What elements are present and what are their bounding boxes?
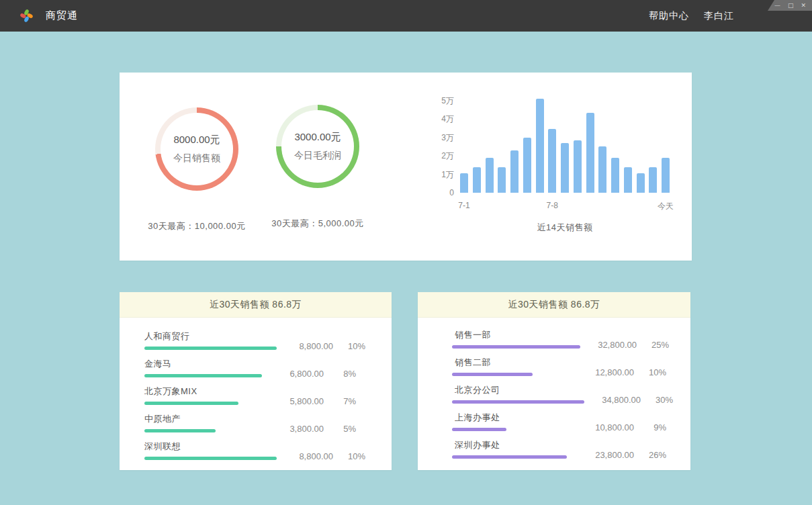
today-sales-label: 今日销售额 — [173, 152, 220, 165]
y-axis-tick: 2万 — [415, 151, 454, 160]
today-sales-value: 8000.00元 — [173, 134, 220, 146]
row-name: 北京万象MIX — [144, 385, 267, 398]
y-axis-tick: 3万 — [415, 133, 454, 142]
row-amount: 12,800.00 — [584, 367, 634, 377]
row-percent: 26% — [641, 450, 666, 460]
row-name: 上海办事处 — [452, 412, 578, 424]
sales-bar — [637, 173, 645, 193]
sales-row: 销售二部12,800.0010% — [452, 357, 666, 376]
sales-bar — [586, 113, 594, 193]
help-center-link[interactable]: 帮助中心 — [649, 10, 689, 22]
user-name-link[interactable]: 李白江 — [704, 10, 734, 22]
department-sales-30day-card: 近30天销售额 86.8万 销售一部32,800.0025%销售二部12,800… — [418, 292, 690, 470]
row-amount: 10,800.00 — [584, 422, 634, 432]
today-profit-gauge: 3000.00元 今日毛利润 30天最高：5,000.00元 — [255, 105, 380, 230]
row-amount: 5,800.00 — [274, 396, 324, 406]
sales-bar — [662, 158, 670, 193]
app-logo-pinwheel-icon — [19, 8, 34, 24]
progress-bar — [452, 455, 567, 459]
today-profit-donut-chart: 3000.00元 今日毛利润 — [276, 105, 359, 188]
row-name: 深圳联想 — [144, 441, 277, 453]
row-percent: 10% — [340, 341, 365, 351]
department-sales-rows: 销售一部32,800.0025%销售二部12,800.0010%北京分公司34,… — [418, 318, 690, 459]
row-amount: 6,800.00 — [274, 369, 324, 379]
sales-bar — [548, 129, 556, 193]
today-sales-30day-max: 30天最高：10,000.00元 — [134, 220, 259, 232]
progress-bar — [144, 429, 216, 432]
maximize-icon[interactable]: □ — [788, 0, 794, 11]
row-name: 中原地产 — [144, 413, 267, 425]
row-percent: 10% — [340, 451, 365, 461]
sales-row: 深圳联想8,800.0010% — [144, 441, 356, 460]
sales-bar — [460, 173, 468, 193]
progress-bar — [144, 347, 277, 350]
row-percent: 9% — [641, 422, 666, 432]
today-summary-card: 8000.00元 今日销售额 30天最高：10,000.00元 3000.00元… — [120, 73, 692, 261]
progress-bar — [452, 345, 580, 349]
y-axis-tick: 1万 — [415, 170, 454, 179]
customer-sales-30day-card: 近30天销售额 86.8万 人和商贸行8,800.0010%金海马6,800.0… — [120, 292, 392, 470]
row-amount: 23,800.00 — [584, 450, 634, 460]
row-percent: 10% — [641, 367, 666, 377]
sales-row: 上海办事处10,800.009% — [452, 412, 666, 431]
row-name: 金海马 — [144, 358, 267, 370]
sales-row: 北京万象MIX5,800.007% — [144, 385, 356, 405]
row-name: 销售二部 — [452, 357, 578, 369]
row-percent: 30% — [647, 395, 673, 405]
y-axis-tick: 0 — [415, 188, 454, 197]
window-controls: — □ ✕ — [768, 0, 812, 11]
sales-row: 北京分公司34,800.0030% — [452, 384, 666, 404]
minimize-icon[interactable]: — — [774, 0, 780, 11]
today-profit-label: 今日毛利润 — [294, 150, 341, 162]
x-axis-label: 7-1 — [458, 201, 469, 210]
sales-row: 销售一部32,800.0025% — [452, 329, 666, 349]
row-name: 北京分公司 — [452, 384, 584, 396]
sales-bar — [498, 167, 506, 193]
row-name: 销售一部 — [452, 329, 580, 341]
sales-row: 中原地产3,800.005% — [144, 413, 356, 432]
sales-bar — [486, 158, 494, 193]
bar-chart-yaxis: 01万2万3万4万5万 — [415, 91, 454, 193]
bar-chart-caption: 近14天销售额 — [460, 222, 670, 234]
sales-bar — [598, 146, 606, 193]
row-amount: 8,800.00 — [283, 451, 333, 461]
sales-bar — [523, 138, 531, 193]
sales-row: 深圳办事处23,800.0026% — [452, 439, 666, 459]
sales-bar — [473, 167, 481, 193]
sales-bar — [510, 150, 518, 193]
row-percent: 7% — [330, 396, 356, 406]
today-sales-donut-chart: 8000.00元 今日销售额 — [155, 107, 238, 191]
row-amount: 3,800.00 — [274, 424, 324, 434]
sales-bar — [561, 143, 569, 193]
progress-bar — [452, 400, 584, 404]
progress-bar — [452, 428, 506, 431]
sales-bar — [624, 167, 632, 193]
sales-bar — [649, 167, 657, 193]
department-sales-card-title: 近30天销售额 86.8万 — [418, 292, 690, 318]
x-axis-label: 今天 — [658, 201, 674, 212]
sales-bar — [536, 99, 544, 193]
row-name: 人和商贸行 — [144, 330, 277, 342]
titlebar: 商贸通 帮助中心 李白江 — □ ✕ — [0, 0, 812, 32]
customer-sales-card-title: 近30天销售额 86.8万 — [120, 292, 392, 318]
row-amount: 34,800.00 — [591, 395, 641, 405]
progress-bar — [144, 402, 238, 405]
row-name: 深圳办事处 — [452, 439, 578, 451]
app-title: 商贸通 — [46, 9, 78, 22]
y-axis-tick: 4万 — [415, 114, 454, 124]
progress-bar — [144, 457, 277, 460]
sales-row: 金海马6,800.008% — [144, 358, 356, 377]
row-percent: 25% — [643, 340, 669, 350]
today-sales-gauge: 8000.00元 今日销售额 30天最高：10,000.00元 — [134, 107, 259, 232]
close-icon[interactable]: ✕ — [801, 0, 806, 11]
y-axis-tick: 5万 — [415, 96, 454, 105]
x-axis-label: 7-8 — [547, 201, 558, 210]
sales-bar — [611, 158, 619, 193]
sales-row: 人和商贸行8,800.0010% — [144, 330, 356, 350]
desktop-background: 8000.00元 今日销售额 30天最高：10,000.00元 3000.00元… — [0, 32, 812, 505]
row-percent: 8% — [330, 369, 356, 379]
row-percent: 5% — [330, 424, 356, 434]
bar-chart-plot — [460, 91, 670, 193]
customer-sales-rows: 人和商贸行8,800.0010%金海马6,800.008%北京万象MIX5,80… — [120, 318, 392, 460]
progress-bar — [144, 374, 262, 377]
